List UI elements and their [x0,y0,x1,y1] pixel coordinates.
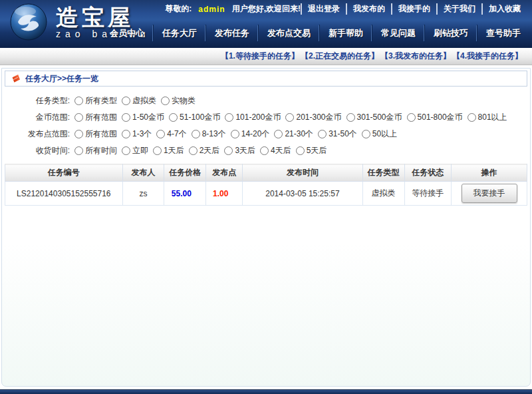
nav-faq[interactable]: 常见问题 [372,25,424,42]
cell-task-id: LS2120140305152555716 [5,182,123,206]
breadcrumb-text: 任务大厅>>任务一览 [25,73,98,85]
filter-option[interactable]: 3天后 [224,145,255,156]
filter-option[interactable]: 50以上 [362,128,397,140]
nav-task-hall[interactable]: 任务大厅 [153,25,205,42]
cell-status: 等待接手 [404,182,452,206]
radio-input[interactable] [122,130,130,138]
filter-option[interactable]: 301-500金币 [346,112,402,123]
add-favorite-link[interactable]: 加入收藏 [481,3,527,15]
filter-panel: 任务类型: 所有类型 虚拟类 实物类 金币范围: 所有范围 1-50金币 51-… [5,87,527,162]
filter-row-receipt-time: 收货时间: 所有时间 立即 1天后 2天后 3天后 4天后 5天后 [5,142,527,159]
filter-option[interactable]: 所有时间 [74,145,117,156]
main-nav: 会员中心 任务大厅 发布任务 发布点交易 新手帮助 常见问题 刷钻技巧 查号助手 [101,25,529,42]
nav-account-helper[interactable]: 查号助手 [477,25,529,42]
filter-option[interactable]: 所有范围 [74,128,117,140]
filter-label-point-range: 发布点范围: [5,128,70,140]
cell-price: 55.00 [164,182,206,206]
filter-option[interactable]: 虚拟类 [122,95,156,106]
logout-link[interactable]: 退出登录 [301,3,346,15]
radio-input[interactable] [362,130,370,138]
filter-option[interactable]: 立即 [122,145,148,156]
tab-waiting-tasks[interactable]: 【1.等待接手的任务】 [221,51,299,62]
radio-input[interactable] [156,130,165,138]
filter-label-task-type: 任务类型: [5,95,70,106]
radio-input[interactable] [285,113,294,122]
filter-option[interactable]: 所有类型 [74,95,117,106]
my-published-link[interactable]: 我发布的 [346,3,391,15]
filter-option[interactable]: 51-100金币 [169,112,220,123]
filter-option[interactable]: 31-50个 [318,128,357,140]
filter-option[interactable]: 21-30个 [274,128,313,140]
radio-input[interactable] [122,113,130,122]
filter-option[interactable]: 201-300金币 [285,112,341,123]
filter-option[interactable]: 501-800金币 [407,112,463,123]
radio-input[interactable] [74,113,83,122]
radio-input[interactable] [467,113,476,122]
radio-input[interactable] [346,113,355,122]
logo-sphere-icon [9,3,48,41]
task-table: 任务编号 发布人 任务价格 发布点 发布时间 任务类型 任务状态 操作 LS21… [5,164,527,206]
cell-task-type: 虚拟类 [362,182,404,206]
accept-task-button[interactable]: 我要接手 [462,184,517,203]
my-accepted-link[interactable]: 我接手的 [391,3,436,15]
filter-option[interactable]: 1-50金币 [122,112,164,123]
user-bar: 尊敬的: admin 用户您好,欢迎回来! 退出登录 我发布的 我接手的 关于我… [165,3,527,15]
page-header: 造宝屋 zao bao wu 尊敬的: admin 用户您好,欢迎回来! 退出登… [0,0,532,48]
footer-bar [0,389,532,394]
radio-input[interactable] [407,113,416,122]
radio-input[interactable] [225,113,233,122]
breadcrumb: 任务大厅>>任务一览 [5,71,527,87]
filter-option[interactable]: 4-7个 [156,128,186,140]
filter-option[interactable]: 801以上 [467,112,507,123]
radio-input[interactable] [296,146,305,155]
col-header-task-type: 任务类型 [362,164,404,182]
filter-option[interactable]: 4天后 [260,145,291,156]
radio-input[interactable] [318,130,327,138]
nav-diamond-tips[interactable]: 刷钻技巧 [424,25,477,42]
filter-option[interactable]: 5天后 [296,145,327,156]
task-status-tabs: 【1.等待接手的任务】 【2.正在交易的任务】 【3.我发布的任务】 【4.我接… [0,48,532,65]
red-tag-icon [11,74,21,83]
filter-option[interactable]: 101-200金币 [225,112,281,123]
cell-publisher: zs [122,182,164,206]
filter-option[interactable]: 8-13个 [192,128,226,140]
radio-input[interactable] [161,97,170,105]
filter-option[interactable]: 所有范围 [74,112,117,123]
radio-input[interactable] [122,97,130,105]
greeting-prefix: 尊敬的: [165,3,192,15]
filter-option[interactable]: 2天后 [189,145,220,156]
col-header-action: 操作 [452,164,527,182]
radio-input[interactable] [274,130,283,138]
about-us-link[interactable]: 关于我们 [436,3,481,15]
filter-row-point-range: 发布点范围: 所有范围 1-3个 4-7个 8-13个 14-20个 21-30… [5,126,527,142]
nav-point-trade[interactable]: 发布点交易 [258,25,319,42]
col-header-price: 任务价格 [164,164,206,182]
radio-input[interactable] [231,130,239,138]
nav-publish-task[interactable]: 发布任务 [205,25,258,42]
tab-my-accepted-tasks[interactable]: 【4.我接手的任务】 [452,51,523,62]
nav-member-center[interactable]: 会员中心 [101,25,153,42]
radio-input[interactable] [153,146,162,155]
filter-option[interactable]: 14-20个 [231,128,270,140]
radio-input[interactable] [224,146,233,155]
tab-trading-tasks[interactable]: 【2.正在交易的任务】 [301,51,379,62]
nav-newbie-help[interactable]: 新手帮助 [319,25,372,42]
filter-option[interactable]: 1天后 [153,145,184,156]
tab-my-published-tasks[interactable]: 【3.我发布的任务】 [380,51,451,62]
radio-input[interactable] [74,97,83,105]
col-header-task-id: 任务编号 [5,164,123,182]
radio-input[interactable] [169,113,178,122]
radio-input[interactable] [192,130,200,138]
radio-input[interactable] [260,146,269,155]
radio-input[interactable] [74,146,83,155]
filter-row-task-type: 任务类型: 所有类型 虚拟类 实物类 [5,93,527,109]
radio-input[interactable] [74,130,83,138]
cell-points: 1.00 [206,182,243,206]
filter-option[interactable]: 实物类 [161,95,196,106]
greeting-suffix: 用户您好,欢迎回来! [232,3,301,15]
col-header-points: 发布点 [206,164,243,182]
radio-input[interactable] [122,146,130,155]
radio-input[interactable] [189,146,198,155]
cell-publish-time: 2014-03-05 15:25:57 [243,182,363,206]
filter-option[interactable]: 1-3个 [122,128,152,140]
